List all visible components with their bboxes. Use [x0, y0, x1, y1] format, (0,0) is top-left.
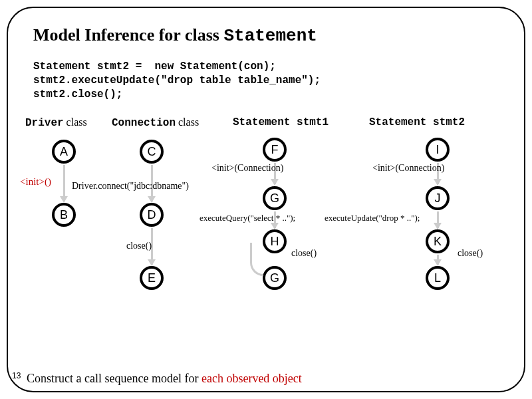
- node-g2: G: [263, 266, 287, 290]
- label-init-conn-stmt2: <init>(Connection): [372, 163, 444, 174]
- node-h: H: [263, 229, 287, 253]
- arrow-a-b: [63, 165, 65, 201]
- code-line-3: stmt2.close();: [33, 88, 122, 100]
- node-a: A: [52, 140, 76, 164]
- col-header-connection: Connection class: [112, 116, 199, 129]
- code-block: Statement stmt2 = new Statement(con); st…: [33, 60, 321, 101]
- node-j: J: [426, 186, 450, 210]
- code-line-2: stmt2.executeUpdate("drop table table_na…: [33, 74, 321, 86]
- page-number: 13: [12, 371, 21, 380]
- label-exec-query: executeQuery("select * ..");: [200, 213, 295, 223]
- node-e: E: [140, 266, 164, 290]
- node-b: B: [52, 203, 76, 227]
- label-close-stmt1: close(): [291, 248, 317, 259]
- node-g: G: [263, 186, 287, 210]
- node-k: K: [426, 229, 450, 253]
- node-c: C: [140, 140, 164, 164]
- footer-text: Construct a call sequence model for each…: [27, 372, 302, 386]
- label-init-a: <init>(): [20, 176, 51, 188]
- label-close-connection: close(): [126, 241, 152, 251]
- col-header-stmt1: Statement stmt1: [233, 116, 329, 128]
- node-f: F: [263, 138, 287, 162]
- node-i: I: [426, 138, 450, 162]
- label-init-conn-stmt1: <init>(Connection): [211, 163, 283, 174]
- arrow-k-l: [437, 255, 439, 265]
- title-classname: Statement: [223, 26, 317, 46]
- label-driver-connect: Driver.connect("jdbc:dbname"): [72, 181, 189, 192]
- label-close-stmt2: close(): [458, 248, 483, 259]
- col-header-driver: Driver class: [25, 116, 87, 129]
- col-header-stmt2: Statement stmt2: [369, 116, 465, 128]
- title-text: Model Inference for class: [33, 25, 223, 45]
- label-exec-update: executeUpdate("drop * ..");: [325, 213, 420, 223]
- arrow-j-k: [437, 211, 439, 228]
- node-d: D: [140, 203, 164, 227]
- slide-title: Model Inference for class Statement: [33, 25, 317, 46]
- code-line-1: Statement stmt2 = new Statement(con);: [33, 61, 276, 72]
- node-l: L: [426, 266, 450, 290]
